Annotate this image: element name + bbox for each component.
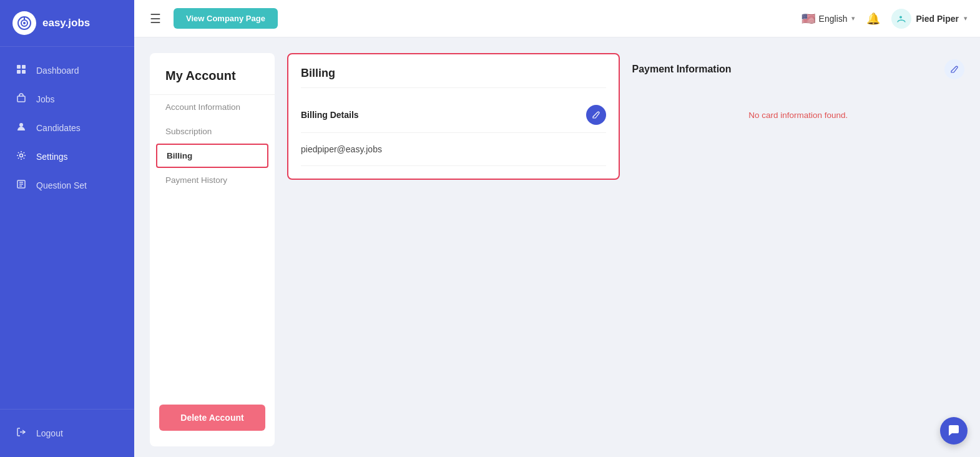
content-area: My Account Account Information Subscript…	[134, 37, 980, 457]
payment-header: Payment Information	[632, 53, 965, 86]
payment-section: Payment Information No card information …	[632, 53, 965, 441]
question-set-icon	[15, 179, 27, 192]
sidebar-footer: Logout	[0, 409, 134, 457]
billing-details-header: Billing Details	[301, 97, 606, 133]
sidebar-item-logout[interactable]: Logout	[0, 419, 134, 448]
left-panel: My Account Account Information Subscript…	[150, 53, 275, 446]
svg-rect-8	[17, 96, 25, 102]
svg-point-2	[23, 22, 26, 24]
billing-section: Billing Billing Details piedpiper@easy.j…	[287, 53, 620, 441]
sidebar-item-jobs[interactable]: Jobs	[0, 85, 134, 114]
billing-details-title: Billing Details	[301, 110, 359, 120]
main-area: ☰ View Company Page 🇺🇸 English ▾ 🔔 Pied …	[134, 0, 980, 457]
billing-card: Billing Billing Details piedpiper@easy.j…	[287, 53, 620, 180]
sidebar: easy.jobs Dashboard Jobs	[0, 0, 134, 457]
sidebar-item-candidates[interactable]: Candidates	[0, 114, 134, 142]
view-company-button[interactable]: View Company Page	[174, 8, 278, 29]
svg-rect-6	[17, 70, 21, 74]
topbar: ☰ View Company Page 🇺🇸 English ▾ 🔔 Pied …	[134, 0, 980, 37]
chat-button[interactable]	[940, 417, 968, 445]
sidebar-item-settings[interactable]: Settings	[0, 142, 134, 171]
no-card-text: No card information found.	[632, 111, 965, 120]
svg-point-9	[19, 123, 23, 127]
candidates-label: Candidates	[36, 123, 81, 133]
logo-text: easy.jobs	[42, 17, 90, 29]
logout-icon	[15, 427, 27, 440]
user-menu[interactable]: Pied Piper ▾	[891, 9, 968, 29]
flag-icon: 🇺🇸	[801, 12, 815, 26]
my-account-title: My Account	[150, 69, 275, 95]
candidates-icon	[15, 122, 27, 134]
payment-title: Payment Information	[632, 64, 732, 75]
billing-email: piedpiper@easy.jobs	[301, 133, 606, 166]
dashboard-label: Dashboard	[36, 66, 79, 76]
bell-icon[interactable]: 🔔	[866, 12, 880, 26]
user-chevron-icon: ▾	[964, 14, 968, 22]
svg-rect-7	[22, 70, 26, 74]
settings-label: Settings	[36, 152, 68, 162]
svg-rect-4	[17, 65, 21, 69]
menu-item-payment-history[interactable]: Payment History	[150, 168, 275, 192]
settings-icon	[15, 150, 27, 163]
sidebar-nav: Dashboard Jobs Candidates	[0, 47, 134, 409]
logo-icon	[12, 11, 36, 35]
jobs-icon	[15, 93, 27, 106]
menu-item-account-info[interactable]: Account Information	[150, 95, 275, 119]
svg-point-10	[20, 154, 23, 157]
question-set-label: Question Set	[36, 180, 87, 190]
right-content: Billing Billing Details piedpiper@easy.j…	[287, 53, 964, 441]
left-panel-inner: My Account Account Information Subscript…	[150, 69, 275, 431]
hamburger-icon[interactable]: ☰	[147, 8, 164, 29]
sidebar-logo: easy.jobs	[0, 0, 134, 47]
menu-item-subscription[interactable]: Subscription	[150, 119, 275, 144]
menu-item-billing[interactable]: Billing	[156, 144, 268, 168]
dashboard-icon	[15, 64, 27, 77]
jobs-label: Jobs	[36, 94, 55, 104]
delete-account-button[interactable]: Delete Account	[159, 405, 265, 431]
sidebar-item-dashboard[interactable]: Dashboard	[0, 56, 134, 85]
sidebar-item-question-set[interactable]: Question Set	[0, 171, 134, 200]
billing-card-title: Billing	[301, 67, 606, 88]
user-avatar	[891, 9, 911, 29]
user-name: Pied Piper	[916, 14, 959, 24]
topbar-right: 🇺🇸 English ▾ 🔔 Pied Piper ▾	[801, 9, 968, 29]
logout-label: Logout	[36, 428, 63, 438]
billing-edit-button[interactable]	[586, 105, 606, 125]
language-selector[interactable]: 🇺🇸 English ▾	[801, 12, 855, 26]
language-chevron-icon: ▾	[851, 14, 855, 22]
payment-edit-button[interactable]	[944, 59, 964, 79]
language-label: English	[819, 14, 848, 24]
svg-rect-5	[22, 65, 26, 69]
